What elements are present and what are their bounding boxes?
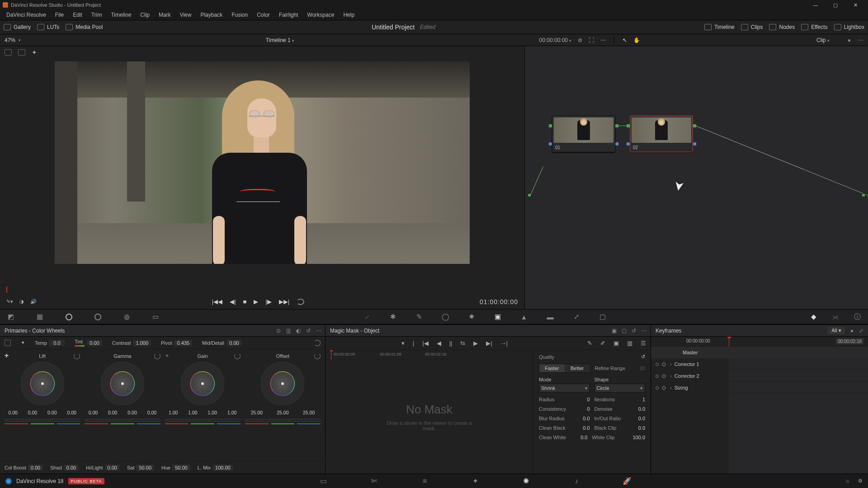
menu-clip[interactable]: Clip xyxy=(136,11,154,19)
offset-b[interactable]: 25.00 xyxy=(297,410,321,415)
loop-button[interactable] xyxy=(297,299,304,305)
viewer-scrubber[interactable] xyxy=(0,285,524,294)
timeline-select[interactable]: Timeline 1 xyxy=(266,37,294,43)
reset-icon[interactable]: ↺ xyxy=(632,328,636,334)
nodes-toggle[interactable]: Nodes xyxy=(769,24,795,30)
colboost-value[interactable]: 0.00 xyxy=(28,465,43,471)
node-mode-select[interactable]: Clip xyxy=(816,37,830,43)
gamma-g[interactable]: 0.00 xyxy=(124,410,141,415)
hilight-value[interactable]: 0.00 xyxy=(105,465,120,471)
gamma-jog[interactable] xyxy=(85,419,160,422)
menu-timeline[interactable]: Timeline xyxy=(106,11,136,19)
lift-wheel[interactable] xyxy=(21,362,64,405)
quality-reset-icon[interactable]: ↺ xyxy=(641,354,645,360)
io-value[interactable]: 0.0 xyxy=(638,416,645,421)
menu-view[interactable]: View xyxy=(175,11,196,19)
play-button[interactable]: ▶ xyxy=(254,298,258,305)
info-icon[interactable]: ⓘ xyxy=(853,313,862,321)
node-reset-icon[interactable]: ● xyxy=(848,37,851,43)
sizing-icon[interactable]: ⤢ xyxy=(572,313,581,321)
faster-option[interactable]: Faster xyxy=(539,364,565,372)
better-option[interactable]: Better xyxy=(565,364,590,372)
playhead-icon[interactable] xyxy=(6,286,7,293)
shad-value[interactable]: 0.00 xyxy=(64,465,79,471)
offset-g[interactable]: 25.00 xyxy=(271,410,295,415)
auto-balance-icon[interactable] xyxy=(5,340,11,346)
iter-value[interactable]: 1 xyxy=(642,397,645,402)
track-end-icon[interactable]: →| xyxy=(500,340,508,347)
lift-jog[interactable] xyxy=(5,419,80,422)
panel-menu-icon[interactable]: ⋯ xyxy=(642,328,646,334)
top-reset-icon[interactable] xyxy=(314,340,321,346)
reset-icon[interactable] xyxy=(74,353,80,359)
gamma-wheel[interactable] xyxy=(101,362,144,405)
bars-mode-icon[interactable]: ||| xyxy=(286,328,291,334)
stop-button[interactable]: ■ xyxy=(243,298,247,305)
picker-icon[interactable]: ✧ xyxy=(165,353,171,359)
mask-type2-icon[interactable]: ▢ xyxy=(622,328,626,334)
node-02[interactable]: 02 xyxy=(630,116,693,152)
primaries-icon[interactable] xyxy=(64,313,73,321)
mask-type-icon[interactable]: ▣ xyxy=(612,328,616,334)
home-icon[interactable]: ⌂ xyxy=(846,478,849,484)
gain-jog[interactable] xyxy=(165,419,241,422)
blur-value[interactable]: 0.0 xyxy=(583,416,590,421)
fairlight-page-icon[interactable]: ♪ xyxy=(571,476,581,486)
clips-toggle[interactable]: Clips xyxy=(741,24,763,30)
viewer-menu-icon[interactable]: ⋯ xyxy=(600,37,606,43)
radius-value[interactable]: 0 xyxy=(587,397,590,402)
track-prev-icon[interactable]: |◀ xyxy=(422,340,428,347)
invert-icon[interactable]: | xyxy=(413,340,414,347)
lmix-value[interactable]: 100.00 xyxy=(212,465,233,471)
window-icon[interactable]: ◯ xyxy=(441,313,450,321)
keyframe-ruler[interactable]: 00:00:00:00 00:00:02:18 xyxy=(651,337,868,347)
hue-value[interactable]: 50.00 xyxy=(172,465,190,471)
kf-row-master[interactable]: Master xyxy=(651,347,868,358)
project-settings-icon[interactable]: ⚙ xyxy=(858,478,863,484)
lift-g[interactable]: 0.00 xyxy=(44,410,61,415)
track-rev-icon[interactable]: ◀ xyxy=(437,340,441,347)
node-menu-icon[interactable]: ⋯ xyxy=(858,37,863,43)
gain-g[interactable]: 1.00 xyxy=(204,410,221,415)
offset-jog[interactable] xyxy=(245,419,321,422)
gamma-y[interactable]: 0.00 xyxy=(85,410,101,415)
consist-value[interactable]: 0 xyxy=(587,406,590,412)
sat-value[interactable]: 50.00 xyxy=(136,465,154,471)
contrast-value[interactable]: 1.000 xyxy=(133,340,151,346)
motion-effects-icon[interactable]: ▭ xyxy=(151,313,160,321)
hand-tool-icon[interactable]: ✋ xyxy=(633,37,640,43)
denoise-value[interactable]: 0.0 xyxy=(638,406,645,412)
gain-b[interactable]: 1.00 xyxy=(223,410,240,415)
mute-icon[interactable]: 🔊 xyxy=(30,299,37,305)
zoom-select[interactable]: 47% xyxy=(5,37,21,43)
magic-mask-icon[interactable]: ▣ xyxy=(493,313,502,321)
eyedropper-icon[interactable]: ✎▾ xyxy=(6,299,13,305)
reset-icon[interactable] xyxy=(154,353,160,359)
reset-icon[interactable] xyxy=(234,353,241,359)
cut-page-icon[interactable]: ✄ xyxy=(369,476,379,486)
mask-timeline[interactable]: 00:00:00:00 00:00:01:08 00:00:02:16 xyxy=(326,350,533,360)
image-wipe-icon[interactable] xyxy=(5,49,12,56)
cblack-value[interactable]: 0.0 xyxy=(583,425,590,431)
color-match-icon[interactable]: ▦ xyxy=(35,313,44,321)
bypass-icon[interactable]: ⊘ xyxy=(578,37,582,43)
viewer[interactable] xyxy=(0,59,524,285)
mode-drop-icon[interactable]: ▾ xyxy=(401,340,405,347)
shape-select[interactable]: Circle xyxy=(594,384,646,393)
gamma-r[interactable]: 0.00 xyxy=(104,410,121,415)
mode-select[interactable]: Shrink xyxy=(539,384,590,393)
menu-davinci[interactable]: DaVinci Resolve xyxy=(2,11,51,19)
kf-row[interactable]: ›Corrector 2 xyxy=(651,370,868,382)
blur-icon[interactable]: ▲ xyxy=(519,313,528,321)
kf-dot-icon[interactable]: ● xyxy=(850,328,854,334)
step-fwd-button[interactable]: |▶ xyxy=(265,298,271,305)
scopes-icon[interactable]: ⩙ xyxy=(831,313,840,321)
menu-color[interactable]: Color xyxy=(252,11,274,19)
unmix-icon[interactable]: ◑ xyxy=(19,299,24,305)
pivot-value[interactable]: 0.435 xyxy=(174,340,192,346)
gain-y[interactable]: 1.00 xyxy=(165,410,182,415)
menu-mark[interactable]: Mark xyxy=(154,11,175,19)
picker-icon[interactable]: ✦ xyxy=(21,340,25,346)
cwhite-value[interactable]: 0.0 xyxy=(580,435,587,440)
node-output-icon[interactable] xyxy=(862,193,865,197)
